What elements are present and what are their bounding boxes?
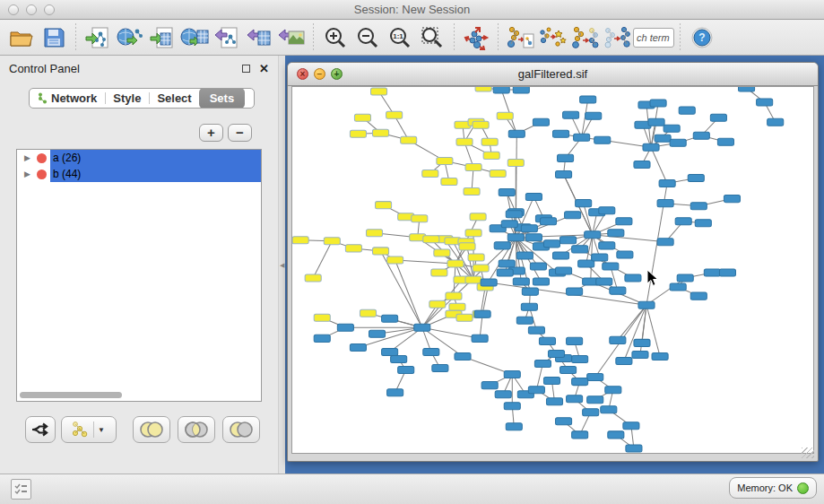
zoom-in-icon[interactable]: [319, 22, 351, 53]
graph-node-blue[interactable]: [493, 87, 509, 93]
frame-close-button[interactable]: ×: [297, 68, 308, 80]
graph-node-blue[interactable]: [599, 207, 615, 214]
graph-node-blue[interactable]: [679, 107, 695, 114]
graph-node-blue[interactable]: [585, 231, 601, 239]
graph-node-yellow[interactable]: [483, 152, 499, 159]
graph-node-yellow[interactable]: [465, 276, 481, 283]
float-panel-icon[interactable]: [242, 65, 250, 73]
graph-node-blue[interactable]: [690, 203, 707, 210]
graph-node-yellow[interactable]: [324, 238, 340, 245]
import-network-web-icon[interactable]: [114, 22, 146, 53]
graph-node-blue[interactable]: [664, 125, 680, 132]
graph-node-blue[interactable]: [572, 378, 588, 386]
graph-node-blue[interactable]: [563, 111, 579, 118]
intersect-sets-button[interactable]: [178, 416, 215, 443]
graph-node-yellow[interactable]: [473, 121, 489, 128]
graph-node-blue[interactable]: [552, 252, 568, 259]
network-canvas[interactable]: [291, 86, 814, 454]
graph-node-blue[interactable]: [657, 239, 673, 246]
create-set-from-network-combo-button[interactable]: ▼: [61, 416, 117, 443]
zoom-fit-selected-icon[interactable]: [416, 22, 448, 53]
export-table-icon[interactable]: [243, 22, 275, 53]
zoom-actual-size-icon[interactable]: 1:1: [384, 22, 416, 53]
graph-node-yellow[interactable]: [449, 303, 465, 310]
graph-node-yellow[interactable]: [441, 178, 457, 185]
graph-node-blue[interactable]: [516, 252, 533, 259]
graph-node-blue[interactable]: [556, 267, 572, 274]
graph-node-blue[interactable]: [350, 343, 366, 351]
graph-node-blue[interactable]: [572, 246, 588, 253]
select-first-neighbors-icon[interactable]: [568, 22, 601, 53]
graph-node-yellow[interactable]: [465, 230, 481, 237]
graph-node-blue[interactable]: [670, 283, 686, 291]
graph-edge[interactable]: [358, 327, 421, 347]
graph-node-blue[interactable]: [556, 418, 572, 425]
graph-node-blue[interactable]: [398, 367, 414, 374]
graph-node-blue[interactable]: [432, 365, 448, 372]
graph-node-blue[interactable]: [556, 170, 572, 178]
graph-node-yellow[interactable]: [434, 249, 450, 256]
network-frame-titlebar[interactable]: × − + galFiltered.sif: [288, 63, 818, 86]
graph-node-blue[interactable]: [508, 130, 525, 137]
graph-node-blue[interactable]: [626, 445, 642, 452]
graph-node-blue[interactable]: [601, 406, 617, 413]
difference-sets-button[interactable]: [222, 416, 260, 443]
graph-node-yellow[interactable]: [456, 138, 473, 145]
graph-node-yellow[interactable]: [371, 88, 387, 95]
tab-sets[interactable]: Sets: [199, 88, 245, 109]
graph-node-yellow[interactable]: [401, 136, 417, 143]
remove-set-button[interactable]: −: [228, 124, 252, 142]
graph-node-blue[interactable]: [548, 350, 564, 357]
horizontal-scrollbar[interactable]: [17, 391, 261, 399]
graph-node-blue[interactable]: [533, 278, 549, 285]
import-table-web-icon[interactable]: [178, 22, 211, 53]
graph-edge[interactable]: [646, 305, 660, 356]
set-row-a[interactable]: ▶ a (26): [17, 150, 261, 166]
graph-node-blue[interactable]: [594, 136, 611, 143]
graph-node-blue[interactable]: [724, 196, 740, 203]
resize-grip-icon[interactable]: [802, 448, 814, 458]
apply-layout-icon[interactable]: [460, 22, 492, 53]
graph-node-yellow[interactable]: [447, 260, 464, 267]
graph-node-blue[interactable]: [567, 288, 583, 295]
graph-node-yellow[interactable]: [437, 157, 453, 164]
graph-node-blue[interactable]: [560, 367, 577, 374]
new-network-from-selection-icon[interactable]: [504, 22, 536, 53]
graph-node-yellow[interactable]: [475, 87, 491, 91]
graph-node-blue[interactable]: [314, 335, 330, 342]
graph-node-yellow[interactable]: [429, 300, 446, 308]
memory-status-button[interactable]: Memory: OK: [729, 477, 817, 499]
open-folder-icon[interactable]: [5, 22, 38, 53]
graph-node-yellow[interactable]: [366, 230, 382, 237]
graph-node-yellow[interactable]: [465, 163, 481, 170]
graph-node-blue[interactable]: [690, 292, 707, 300]
graph-node-blue[interactable]: [757, 99, 773, 106]
graph-node-yellow[interactable]: [497, 112, 513, 119]
graph-node-yellow[interactable]: [464, 188, 480, 196]
graph-node-blue[interactable]: [605, 387, 621, 394]
graph-node-yellow[interactable]: [386, 111, 403, 118]
graph-node-blue[interactable]: [539, 337, 555, 344]
graph-node-blue[interactable]: [382, 315, 398, 322]
union-sets-button[interactable]: [133, 416, 170, 443]
graph-node-yellow[interactable]: [459, 243, 475, 250]
graph-node-blue[interactable]: [634, 339, 650, 346]
frame-minimize-button[interactable]: −: [314, 68, 325, 80]
graph-node-blue[interactable]: [693, 132, 709, 139]
graph-node-blue[interactable]: [481, 382, 498, 389]
graph-node-blue[interactable]: [616, 218, 632, 225]
graph-node-blue[interactable]: [576, 200, 592, 207]
graph-node-blue[interactable]: [572, 355, 588, 362]
graph-node-blue[interactable]: [499, 260, 515, 267]
graph-node-yellow[interactable]: [456, 314, 473, 321]
close-panel-icon[interactable]: ✕: [259, 63, 269, 74]
graph-node-yellow[interactable]: [360, 309, 376, 317]
graph-node-blue[interactable]: [616, 357, 632, 364]
graph-node-yellow[interactable]: [387, 256, 403, 264]
graph-node-blue[interactable]: [507, 234, 524, 241]
graph-node-blue[interactable]: [506, 423, 522, 430]
graph-node-blue[interactable]: [501, 221, 517, 228]
graph-node-blue[interactable]: [585, 112, 602, 119]
graph-node-blue[interactable]: [675, 218, 691, 225]
graph-node-blue[interactable]: [638, 301, 655, 308]
